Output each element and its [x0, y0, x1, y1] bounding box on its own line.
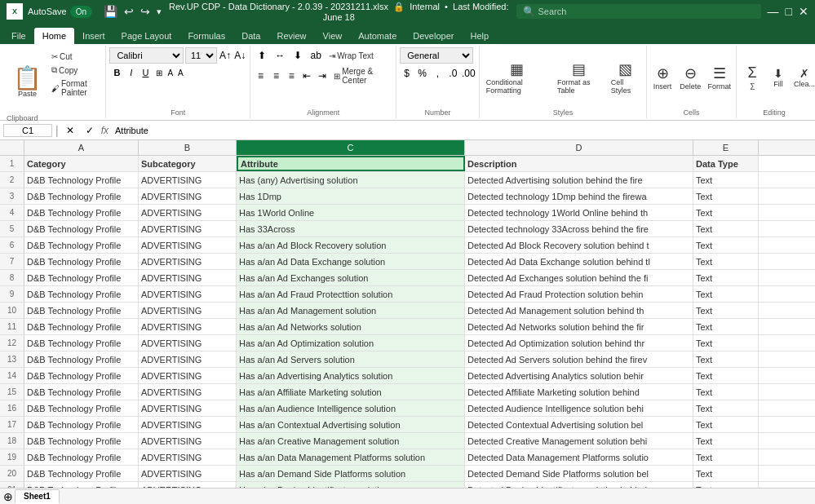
list-item[interactable]: Detected Ad Networks solution behind the… — [465, 319, 693, 334]
list-item[interactable]: ADVERTISING — [139, 482, 237, 488]
tab-developer[interactable]: Developer — [405, 28, 462, 44]
list-item[interactable]: Detected Advertising solution behind the… — [465, 172, 693, 188]
list-item[interactable]: Detected Creative Management solution be… — [465, 433, 693, 449]
list-item[interactable]: Has 1World Online — [237, 205, 465, 220]
maximize-icon[interactable]: □ — [786, 5, 792, 18]
decrease-indent-icon[interactable]: ⇤ — [300, 68, 314, 84]
tab-data[interactable]: Data — [233, 28, 268, 44]
close-icon[interactable]: ✕ — [799, 5, 808, 18]
list-item[interactable]: D&B Technology Profile — [24, 417, 139, 432]
list-item[interactable]: D&B Technology Profile — [24, 221, 139, 237]
font-size-select[interactable]: 11 — [185, 47, 217, 64]
orientation-icon[interactable]: ab — [308, 47, 324, 64]
list-item[interactable]: ADVERTISING — [139, 433, 237, 449]
list-item[interactable]: Has a/an Ad Exchanges solution — [237, 270, 465, 285]
list-item[interactable]: ADVERTISING — [139, 286, 237, 302]
format-button[interactable]: ☰ Format — [706, 63, 733, 92]
increase-indent-icon[interactable]: ⇥ — [316, 68, 330, 84]
list-item[interactable]: Subcategory — [139, 156, 237, 171]
cell-reference[interactable] — [3, 124, 52, 137]
list-item[interactable]: D&B Technology Profile — [24, 482, 139, 488]
list-item[interactable]: Text — [693, 368, 759, 383]
list-item[interactable]: Detected Ad Data Exchange solution behin… — [465, 254, 693, 269]
list-item[interactable]: D&B Technology Profile — [24, 335, 139, 351]
undo-icon[interactable]: ↩ — [124, 5, 134, 18]
tab-page-layout[interactable]: Page Layout — [113, 28, 180, 44]
cancel-formula-icon[interactable]: ✕ — [62, 122, 78, 139]
list-item[interactable]: Text — [693, 303, 759, 318]
bold-button[interactable]: B — [109, 65, 124, 80]
list-item[interactable]: Detected Ad Optimization solution behind… — [465, 335, 693, 351]
list-item[interactable]: D&B Technology Profile — [24, 466, 139, 481]
list-item[interactable]: Has a/an Advertising Analytics solution — [237, 368, 465, 383]
delete-button[interactable]: ⊖ Delete — [678, 63, 702, 92]
minimize-icon[interactable]: — — [768, 5, 779, 18]
list-item[interactable]: Detected Contextual Advertising solution… — [465, 417, 693, 432]
col-header-a[interactable]: A — [24, 140, 139, 155]
list-item[interactable]: Text — [693, 482, 759, 488]
list-item[interactable]: Has 33Across — [237, 221, 465, 237]
sum-button[interactable]: Σ ∑ — [740, 63, 764, 91]
formula-input[interactable] — [112, 125, 812, 136]
list-item[interactable]: Has a/an Audience Intelligence solution — [237, 400, 465, 416]
font-family-select[interactable]: Calibri — [109, 47, 184, 64]
list-item[interactable]: Text — [693, 466, 759, 481]
list-item[interactable]: ADVERTISING — [139, 466, 237, 481]
list-item[interactable]: Text — [693, 433, 759, 449]
fill-button[interactable]: ⬇ Fill — [766, 65, 791, 90]
list-item[interactable]: Has a/an Ad Servers solution — [237, 351, 465, 367]
italic-button[interactable]: I — [126, 65, 136, 80]
list-item[interactable]: D&B Technology Profile — [24, 449, 139, 465]
list-item[interactable]: Text — [693, 286, 759, 302]
font-color-button[interactable]: A — [178, 69, 184, 77]
currency-icon[interactable]: $ — [400, 65, 414, 82]
list-item[interactable]: Has a/an Device Identificaton solution — [237, 482, 465, 488]
format-painter-button[interactable]: 🖌 Format Painter — [48, 77, 102, 99]
list-item[interactable]: Detected technology 1Dmp behind the fire… — [465, 188, 693, 204]
list-item[interactable]: Detected Ad Fraud Protection solution be… — [465, 286, 693, 302]
add-sheet-icon[interactable]: ⊕ — [3, 490, 13, 503]
list-item[interactable]: ADVERTISING — [139, 270, 237, 285]
list-item[interactable]: Detected Audience Intelligence solution … — [465, 400, 693, 416]
conditional-formatting-button[interactable]: ▦ Conditional Formatting — [483, 59, 551, 96]
list-item[interactable]: D&B Technology Profile — [24, 303, 139, 318]
list-item[interactable]: Data Type — [693, 156, 759, 171]
list-item[interactable]: Has a/an Affiliate Marketing solution — [237, 384, 465, 400]
tab-automate[interactable]: Automate — [350, 28, 405, 44]
copy-button[interactable]: ⧉ Copy — [48, 64, 102, 77]
list-item[interactable]: Description — [465, 156, 693, 171]
comma-icon[interactable]: , — [431, 65, 445, 82]
tab-formulas[interactable]: Formulas — [179, 28, 233, 44]
list-item[interactable]: ADVERTISING — [139, 303, 237, 318]
list-item[interactable]: Has a/an Ad Optimization solution — [237, 335, 465, 351]
list-item[interactable]: Detected Ad Servers solution behind the … — [465, 351, 693, 367]
list-item[interactable]: ADVERTISING — [139, 221, 237, 237]
list-item[interactable]: Has a/an Ad Fraud Protecttion solution — [237, 286, 465, 302]
list-item[interactable]: Has a/an Creative Management solution — [237, 433, 465, 449]
col-header-b[interactable]: B — [139, 140, 237, 155]
list-item[interactable]: D&B Technology Profile — [24, 254, 139, 269]
list-item[interactable]: Detected Ad Block Recovery solution behi… — [465, 237, 693, 253]
list-item[interactable]: ADVERTISING — [139, 205, 237, 220]
format-as-table-button[interactable]: ▤ Format as Table — [554, 59, 605, 96]
list-item[interactable]: Has a/an Ad Data Exchange solution — [237, 254, 465, 269]
decrease-font-icon[interactable]: A↓ — [233, 47, 246, 64]
list-item[interactable]: ADVERTISING — [139, 172, 237, 188]
list-item[interactable]: Text — [693, 417, 759, 432]
list-item[interactable]: Text — [693, 449, 759, 465]
list-item[interactable]: D&B Technology Profile — [24, 368, 139, 383]
list-item[interactable]: Has a/an Ad Management solution — [237, 303, 465, 318]
tab-review[interactable]: Review — [268, 28, 314, 44]
list-item[interactable]: D&B Technology Profile — [24, 205, 139, 220]
tab-home[interactable]: Home — [34, 28, 74, 44]
list-item[interactable]: Text — [693, 237, 759, 253]
list-item[interactable]: Text — [693, 254, 759, 269]
list-item[interactable]: ADVERTISING — [139, 319, 237, 334]
align-left-icon[interactable]: ≡ — [254, 68, 268, 84]
list-item[interactable]: Text — [693, 221, 759, 237]
list-item[interactable]: Detected Demand Side Platforms solution … — [465, 466, 693, 481]
list-item[interactable]: ADVERTISING — [139, 449, 237, 465]
tab-view[interactable]: View — [315, 28, 351, 44]
align-top-icon[interactable]: ⬆ — [254, 47, 270, 64]
tab-file[interactable]: File — [3, 28, 34, 44]
